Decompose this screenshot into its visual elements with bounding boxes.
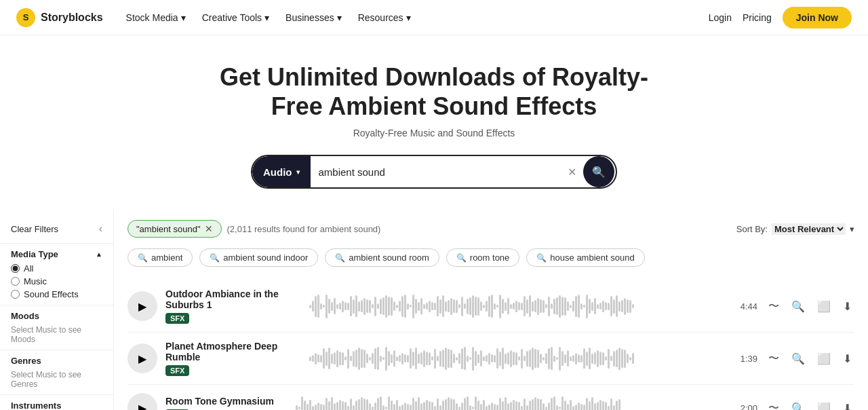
nav-creative-tools[interactable]: Creative Tools ▾ <box>195 8 276 27</box>
nav-right: Login Pricing Join Now <box>709 7 852 29</box>
tracks-list: ▶ Outdoor Ambiance in the Suburbs 1 SFX … <box>127 280 854 410</box>
track-duration: 1:39 <box>734 354 757 364</box>
search-icon: 🔍 <box>138 253 148 263</box>
search-type-button[interactable]: Audio ▾ <box>252 156 311 187</box>
waveform[interactable] <box>296 394 726 410</box>
track-info: Outdoor Ambiance in the Suburbs 1 SFX <box>165 288 301 324</box>
zoom-button[interactable]: 🔍 <box>789 399 808 410</box>
download-button[interactable]: ⬇ <box>840 399 854 410</box>
search-bar: Audio ▾ ✕ 🔍 <box>251 155 617 189</box>
login-button[interactable]: Login <box>709 12 732 23</box>
content: "ambient sound" ✕ (2,011 results found f… <box>114 209 868 410</box>
track-item: ▶ Planet Atmosphere Deep Rumble SFX 1:39… <box>127 333 854 385</box>
zoom-button[interactable]: 🔍 <box>789 297 808 316</box>
add-to-collection-button[interactable]: ⬜ <box>814 297 833 316</box>
main-layout: Clear Filters ‹ Media Type ▲ All Music <box>0 209 868 410</box>
media-type-options: All Music Sound Effects <box>11 263 102 299</box>
track-item: ▶ Room Tone Gymnasium SFXAmbient 2:00 〜 … <box>127 385 854 410</box>
waveform[interactable] <box>309 293 726 320</box>
track-badges: SFX <box>165 365 301 376</box>
media-type-music[interactable]: Music <box>11 276 102 286</box>
results-count: (2,011 results found for ambient sound) <box>227 224 381 234</box>
track-name: Outdoor Ambiance in the Suburbs 1 <box>165 288 301 310</box>
play-button[interactable]: ▶ <box>127 393 157 410</box>
track-actions: 〜 🔍 ⬜ ⬇ <box>766 398 854 410</box>
search-icon: 🔍 <box>210 253 220 263</box>
suggestion-pill-room[interactable]: 🔍 ambient sound room <box>325 248 439 267</box>
hero-subtitle: Royalty-Free Music and Sound Effects <box>14 128 854 138</box>
track-name: Room Tone Gymnasium <box>165 396 288 407</box>
waveform-toggle-button[interactable]: 〜 <box>766 398 782 410</box>
sidebar-instruments: Instruments Select Music to see Instrume… <box>0 394 113 410</box>
logo-text: Storyblocks <box>41 12 103 24</box>
play-button[interactable]: ▶ <box>127 343 157 373</box>
badge-sfx: SFX <box>165 313 189 324</box>
hero-title: Get Unlimited Downloads of Royalty-Free … <box>197 62 671 121</box>
suggestion-pill-ambient[interactable]: 🔍 ambient <box>127 248 193 267</box>
waveform[interactable] <box>309 345 726 372</box>
search-input[interactable] <box>311 166 563 178</box>
nav-links: Stock Media ▾ Creative Tools ▾ Businesse… <box>119 8 418 27</box>
search-icon: 🔍 <box>536 253 547 263</box>
nav-resources[interactable]: Resources ▾ <box>351 8 418 27</box>
search-clear-button[interactable]: ✕ <box>562 166 582 179</box>
download-button[interactable]: ⬇ <box>840 297 854 316</box>
suggestion-pill-room-tone[interactable]: 🔍 room tone <box>446 248 520 267</box>
track-info: Room Tone Gymnasium SFXAmbient <box>165 396 288 410</box>
genres-sub-text: Select Music to see Genres <box>11 370 102 389</box>
sidebar: Clear Filters ‹ Media Type ▲ All Music <box>0 209 114 410</box>
navbar: S Storyblocks Stock Media ▾ Creative Too… <box>0 0 868 35</box>
zoom-button[interactable]: 🔍 <box>789 350 808 368</box>
sort-select[interactable]: Most Relevant <box>772 223 846 235</box>
nav-stock-media[interactable]: Stock Media ▾ <box>119 8 193 27</box>
play-button[interactable]: ▶ <box>127 291 157 321</box>
waveform-toggle-button[interactable]: 〜 <box>766 349 782 369</box>
search-icon: 🔍 <box>592 166 606 179</box>
track-duration: 4:44 <box>734 301 757 312</box>
search-icon: 🔍 <box>456 253 467 263</box>
badge-sfx: SFX <box>165 365 189 376</box>
filter-tags: "ambient sound" ✕ (2,011 results found f… <box>127 220 380 238</box>
join-now-button[interactable]: Join Now <box>783 7 852 29</box>
chevron-down-icon: ▾ <box>850 224 854 234</box>
media-type-all[interactable]: All <box>11 263 102 274</box>
download-button[interactable]: ⬇ <box>840 350 854 368</box>
suggestion-pill-indoor[interactable]: 🔍 ambient sound indoor <box>199 248 318 267</box>
waveform-toggle-button[interactable]: 〜 <box>766 297 782 316</box>
chevron-up-icon: ▲ <box>96 250 102 258</box>
clear-filters-button[interactable]: Clear Filters <box>11 224 58 234</box>
active-filter-tag: "ambient sound" ✕ <box>127 220 222 238</box>
track-actions: 〜 🔍 ⬜ ⬇ <box>766 349 854 369</box>
sidebar-moods: Moods Select Music to see Moods <box>0 305 113 350</box>
add-to-collection-button[interactable]: ⬜ <box>814 399 833 410</box>
remove-filter-button[interactable]: ✕ <box>205 223 213 234</box>
moods-sub-text: Select Music to see Moods <box>11 325 102 344</box>
logo[interactable]: S Storyblocks <box>16 8 103 27</box>
track-badges: SFX <box>165 313 301 324</box>
sidebar-media-type: Media Type ▲ All Music Sound Effects <box>0 243 113 305</box>
sort-by: Sort By: Most Relevant ▾ <box>736 223 854 235</box>
media-type-sfx[interactable]: Sound Effects <box>11 289 102 299</box>
hero: Get Unlimited Downloads of Royalty-Free … <box>0 35 868 209</box>
search-icon: 🔍 <box>335 253 345 263</box>
filter-row: "ambient sound" ✕ (2,011 results found f… <box>127 220 854 238</box>
logo-icon: S <box>16 8 35 27</box>
sidebar-header: Clear Filters ‹ <box>0 217 113 243</box>
pricing-button[interactable]: Pricing <box>743 12 772 23</box>
add-to-collection-button[interactable]: ⬜ <box>814 350 833 368</box>
sidebar-genres: Genres Select Music to see Genres <box>0 350 113 394</box>
suggestion-pill-house[interactable]: 🔍 house ambient sound <box>526 248 644 267</box>
suggestion-pills: 🔍 ambient 🔍 ambient sound indoor 🔍 ambie… <box>127 248 854 267</box>
chevron-down-icon: ▾ <box>296 168 300 176</box>
search-submit-button[interactable]: 🔍 <box>583 156 614 187</box>
nav-businesses[interactable]: Businesses ▾ <box>279 8 349 27</box>
track-info: Planet Atmosphere Deep Rumble SFX <box>165 341 301 376</box>
track-item: ▶ Outdoor Ambiance in the Suburbs 1 SFX … <box>127 280 854 333</box>
track-name: Planet Atmosphere Deep Rumble <box>165 341 301 362</box>
track-duration: 2:00 <box>734 403 757 410</box>
track-actions: 〜 🔍 ⬜ ⬇ <box>766 297 854 316</box>
collapse-icon[interactable]: ‹ <box>99 223 102 235</box>
